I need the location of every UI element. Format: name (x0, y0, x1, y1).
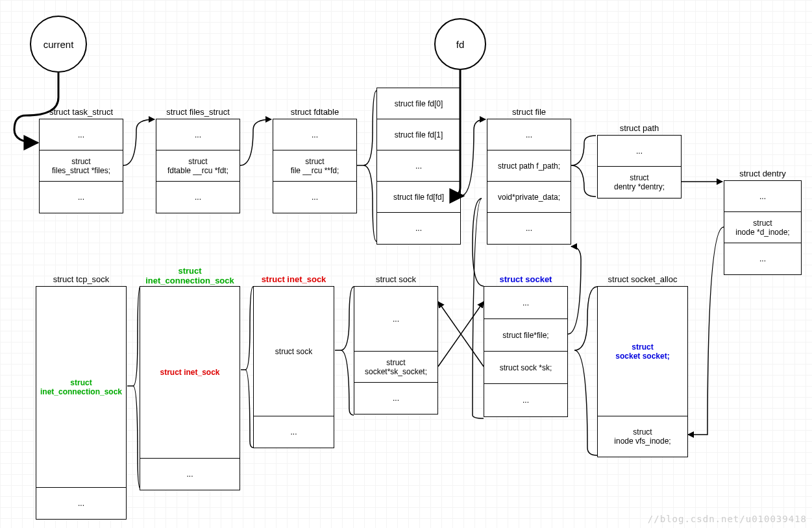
sa-r1: struct inode vfs_inode; (598, 416, 687, 457)
ic-r1: ... (140, 459, 240, 490)
dentry-r0: ... (724, 181, 801, 212)
tcp-r0: struct inet_connection_sock (36, 287, 126, 488)
fdt-r1: struct file __rcu **fd; (273, 150, 356, 182)
fa-r0: struct file fd[0] (377, 88, 460, 119)
task-r0: ... (40, 119, 123, 150)
inet-r0: struct sock (254, 287, 334, 416)
sock-r2: ... (354, 383, 437, 414)
inet-sock-title: struct inet_sock (253, 274, 334, 284)
file-r1: struct path f_path; (487, 150, 571, 182)
socket-title: struct socket (484, 274, 568, 284)
dentry-title: struct dentry (724, 169, 802, 178)
dentry-box: ... struct inode *d_inode; ... (724, 180, 802, 275)
tcp-sock-box: struct inet_connection_sock ... (36, 286, 127, 520)
path-box: ... struct dentry *dentry; (597, 135, 682, 198)
sa-r0: struct socket socket; (598, 287, 687, 416)
fa-r3: struct file fd[fd] (377, 182, 460, 213)
file-title: struct file (487, 107, 571, 117)
task-r1: struct files_struct *files; (40, 150, 123, 182)
sock-box: ... struct socket*sk_socket; ... (354, 286, 438, 414)
file-box: ... struct path f_path; void*private_dat… (487, 119, 571, 245)
socket-r3: ... (484, 384, 567, 416)
fdtable-title: struct fdtable (273, 107, 357, 117)
file-r2: void*private_data; (487, 182, 571, 213)
files-r1: struct fdtable __rcu *fdt; (156, 150, 240, 182)
fa-r4: ... (377, 213, 460, 244)
fdt-r0: ... (273, 119, 356, 150)
sock-r0: ... (354, 287, 437, 352)
socket-alloc-title: struct socket_alloc (597, 274, 688, 284)
svg-line-4 (438, 302, 484, 366)
socket-r1: struct file*file; (484, 319, 567, 352)
inet-sock-box: struct sock ... (253, 286, 334, 448)
path-r1: struct dentry *dentry; (598, 167, 681, 198)
task-r2: ... (40, 182, 123, 213)
fdt-r2: ... (273, 182, 356, 213)
tcp-sock-title: struct tcp_sock (36, 274, 127, 284)
fdtable-box: ... struct file __rcu **fd; ... (273, 119, 357, 213)
fa-r1: struct file fd[1] (377, 119, 460, 150)
tcp-r1: ... (36, 488, 126, 519)
socket-r0: ... (484, 287, 567, 319)
fd-circle: fd (434, 18, 486, 70)
dentry-r1: struct inode *d_inode; (724, 212, 801, 243)
sock-title: struct sock (354, 274, 438, 284)
icsock-box: struct inet_sock ... (140, 286, 240, 490)
socket-box: ... struct file*file; struct sock *sk; .… (484, 286, 568, 417)
task-struct-box: ... struct files_struct *files; ... (39, 119, 123, 213)
dentry-r2: ... (724, 243, 801, 274)
files-struct-title: struct files_struct (156, 107, 240, 117)
watermark: //blog.csdn.net/u010039418 (648, 514, 807, 524)
socket-alloc-box: struct socket socket; struct inode vfs_i… (597, 286, 688, 457)
inet-r1: ... (254, 416, 334, 448)
file-r0: ... (487, 119, 571, 150)
file-r3: ... (487, 213, 571, 244)
path-r0: ... (598, 136, 681, 167)
current-circle: current (30, 16, 87, 73)
ic-r0: struct inet_sock (140, 287, 240, 459)
fd-label: fd (456, 39, 465, 50)
files-r2: ... (156, 182, 240, 213)
icsock-title: struct inet_connection_sock (140, 266, 240, 285)
task-struct-title: struct task_struct (39, 107, 123, 117)
current-label: current (43, 39, 74, 50)
fa-r2: ... (377, 150, 460, 182)
files-r0: ... (156, 119, 240, 150)
files-struct-box: ... struct fdtable __rcu *fdt; ... (156, 119, 240, 213)
svg-line-5 (438, 302, 484, 366)
socket-r2: struct sock *sk; (484, 352, 567, 384)
file-array-box: struct file fd[0] struct file fd[1] ... … (376, 88, 461, 245)
path-title: struct path (597, 123, 682, 133)
sock-r1: struct socket*sk_socket; (354, 352, 437, 383)
